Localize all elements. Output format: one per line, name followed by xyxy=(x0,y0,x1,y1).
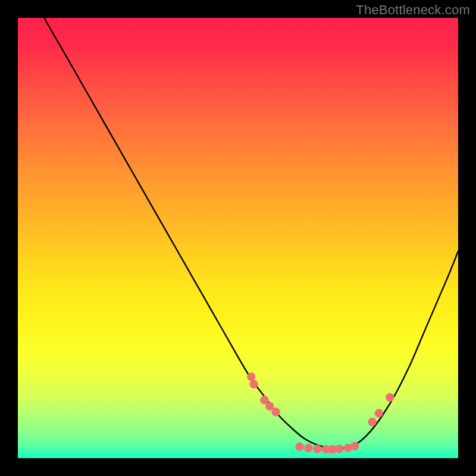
marker-group xyxy=(247,372,394,454)
data-marker xyxy=(271,408,280,416)
data-marker xyxy=(313,444,321,453)
data-marker xyxy=(375,409,383,417)
bottleneck-curve xyxy=(31,18,458,449)
data-marker xyxy=(335,444,343,453)
chart-stage: TheBottleneck.com xyxy=(0,0,476,476)
data-marker xyxy=(350,442,359,450)
data-marker xyxy=(386,393,394,402)
plot-area xyxy=(18,18,458,458)
data-marker xyxy=(247,372,255,381)
data-marker xyxy=(368,418,377,426)
data-marker xyxy=(249,380,258,388)
curve-layer xyxy=(18,18,458,458)
watermark-text: TheBottleneck.com xyxy=(356,2,470,18)
data-marker xyxy=(295,443,303,451)
data-marker xyxy=(304,444,312,452)
